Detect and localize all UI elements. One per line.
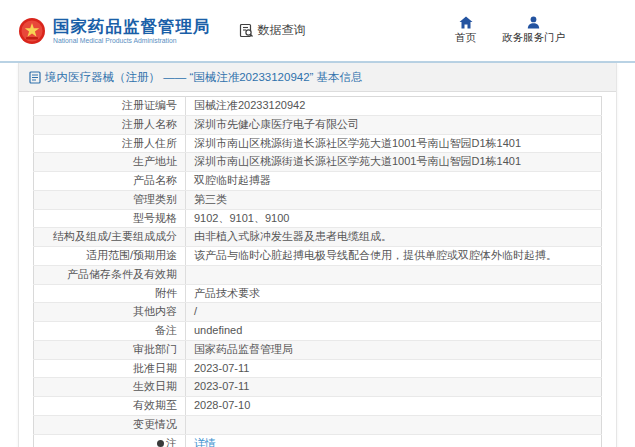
row-value: 2023-07-11 (186, 378, 602, 397)
row-value: 深圳市南山区桃源街道长源社区学苑大道1001号南山智园D1栋1401 (186, 134, 602, 153)
table-row: 产品储存条件及有效期 (34, 265, 602, 284)
user-icon (527, 16, 540, 29)
row-value: 2028-07-10 (186, 397, 602, 416)
nav-portal[interactable]: 政务服务门户 (502, 16, 565, 45)
row-value: 该产品与临时心脏起搏电极导线配合使用，提供单腔或双腔体外临时起搏。 (186, 247, 602, 266)
table-row: 其他内容 / (34, 303, 602, 322)
breadcrumb-text: 境内医疗器械（注册） —— “国械注准20233120942” 基本信息 (45, 70, 363, 85)
row-value: 第三类 (186, 190, 602, 209)
table-row: 审批部门 国家药品监督管理局 (34, 340, 602, 359)
row-value: 国械注准20233120942 (186, 97, 602, 116)
row-value: 国家药品监督管理局 (186, 340, 602, 359)
org-names: 国家药品监督管理局 National Medical Products Admi… (53, 17, 211, 45)
table-row: 结构及组成/主要组成成分 由非植入式脉冲发生器及患者电缆组成。 (34, 228, 602, 247)
data-query-icon (239, 23, 254, 38)
table-row: 备注 undefined (34, 322, 602, 341)
row-label: 产品储存条件及有效期 (34, 265, 186, 284)
nav-home-label: 首页 (455, 31, 476, 45)
table-row: 附件 产品技术要求 (34, 284, 602, 303)
row-label: 批准日期 (34, 359, 186, 378)
row-label: 审批部门 (34, 340, 186, 359)
document-icon (29, 71, 41, 84)
table-row: 管理类别 第三类 (34, 190, 602, 209)
row-label: 适用范围/预期用途 (34, 247, 186, 266)
row-label: 其他内容 (34, 303, 186, 322)
table-row: 注 详情 (34, 434, 602, 447)
nav-portal-label: 政务服务门户 (502, 31, 565, 45)
detail-link[interactable]: 详情 (186, 434, 602, 447)
row-label: 结构及组成/主要组成成分 (34, 228, 186, 247)
row-value: 双腔临时起搏器 (186, 172, 602, 191)
row-label: 变更情况 (34, 415, 186, 434)
nav-data-query[interactable]: 数据查询 (239, 22, 306, 39)
content-panel: 境内医疗器械（注册） —— “国械注准20233120942” 基本信息 注册证… (18, 63, 617, 447)
row-label: 产品名称 (34, 172, 186, 191)
data-query-label: 数据查询 (258, 22, 306, 39)
table-row: 注册人住所 深圳市南山区桃源街道长源社区学苑大道1001号南山智园D1栋1401 (34, 134, 602, 153)
table-row: 型号规格 9102、9101、9100 (34, 209, 602, 228)
row-label: 备注 (34, 322, 186, 341)
row-value (186, 265, 602, 284)
org-name-en: National Medical Products Administration (53, 37, 211, 44)
row-value: / (186, 303, 602, 322)
row-value: undefined (186, 322, 602, 341)
nmpa-logo[interactable]: 国家药品监督管理局 National Medical Products Admi… (18, 17, 211, 45)
site-header: 国家药品监督管理局 National Medical Products Admi… (0, 0, 635, 61)
registration-info-table-wrap: 注册证编号 国械注准20233120942 注册人名称 深圳市先健心康医疗电子有… (19, 92, 616, 447)
table-row: 适用范围/预期用途 该产品与临时心脏起搏电极导线配合使用，提供单腔或双腔体外临时… (34, 247, 602, 266)
national-emblem-icon (18, 17, 46, 45)
row-label: 生产地址 (34, 153, 186, 172)
row-label: 生效日期 (34, 378, 186, 397)
row-label: 注册人名称 (34, 115, 186, 134)
table-row: 变更情况 (34, 415, 602, 434)
row-value: 2023-07-11 (186, 359, 602, 378)
row-value: 由非植入式脉冲发生器及患者电缆组成。 (186, 228, 602, 247)
table-row: 注册证编号 国械注准20233120942 (34, 97, 602, 116)
row-label: 注 (34, 434, 186, 447)
table-row: 有效期至 2028-07-10 (34, 397, 602, 416)
home-icon (459, 16, 473, 29)
row-value: 产品技术要求 (186, 284, 602, 303)
table-row: 注册人名称 深圳市先健心康医疗电子有限公司 (34, 115, 602, 134)
table-row: 产品名称 双腔临时起搏器 (34, 172, 602, 191)
nav-home[interactable]: 首页 (455, 16, 476, 45)
row-label: 型号规格 (34, 209, 186, 228)
row-value: 深圳市先健心康医疗电子有限公司 (186, 115, 602, 134)
breadcrumb: 境内医疗器械（注册） —— “国械注准20233120942” 基本信息 (19, 63, 616, 92)
row-label: 附件 (34, 284, 186, 303)
row-value: 9102、9101、9100 (186, 209, 602, 228)
table-row: 批准日期 2023-07-11 (34, 359, 602, 378)
table-row: 生产地址 深圳市南山区桃源街道长源社区学苑大道1001号南山智园D1栋1401 (34, 153, 602, 172)
org-name-cn: 国家药品监督管理局 (53, 17, 211, 35)
table-row: 生效日期 2023-07-11 (34, 378, 602, 397)
row-label: 有效期至 (34, 397, 186, 416)
info-table-body: 注册证编号 国械注准20233120942 注册人名称 深圳市先健心康医疗电子有… (34, 97, 602, 447)
note-bullet-icon (157, 440, 164, 447)
row-label: 注册证编号 (34, 97, 186, 116)
registration-info-table: 注册证编号 国械注准20233120942 注册人名称 深圳市先健心康医疗电子有… (33, 96, 602, 447)
row-value: 深圳市南山区桃源街道长源社区学苑大道1001号南山智园D1栋1401 (186, 153, 602, 172)
header-right-nav: 首页 政务服务门户 (455, 16, 617, 45)
row-label: 注册人住所 (34, 134, 186, 153)
row-label: 管理类别 (34, 190, 186, 209)
row-value (186, 415, 602, 434)
